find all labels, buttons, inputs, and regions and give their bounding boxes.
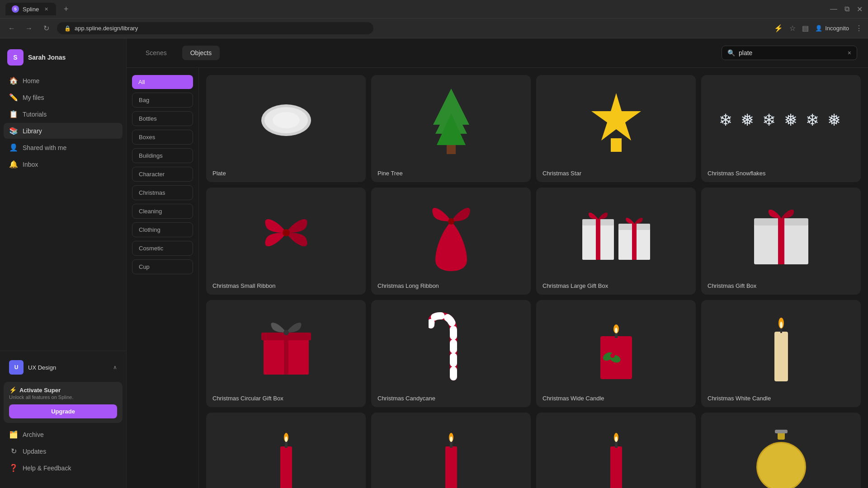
- workspace-item[interactable]: U UX Design ∧: [4, 357, 123, 378]
- sidebar-item-library[interactable]: 📚 Library: [4, 123, 123, 139]
- category-bottles[interactable]: Bottles: [132, 111, 193, 126]
- bookmark-icon[interactable]: ☆: [789, 24, 796, 33]
- svg-rect-44: [615, 441, 618, 448]
- grid-item-christmas-snowflakes[interactable]: ❄ ❅ ❄ ❅ ❄ ❅ Christmas Snowflakes: [701, 75, 861, 182]
- svg-point-30: [615, 328, 618, 333]
- category-bag[interactable]: Bag: [132, 93, 193, 108]
- grid-item-preview-large-gift-box: [536, 188, 696, 278]
- sidebar-item-updates[interactable]: ↻ Updates: [4, 443, 123, 459]
- category-christmas[interactable]: Christmas: [132, 185, 193, 200]
- tab-objects[interactable]: Objects: [182, 46, 220, 60]
- category-cup[interactable]: Cup: [132, 259, 193, 274]
- grid-item-circular-gift-box[interactable]: Christmas Circular Gift Box: [206, 300, 366, 407]
- extensions-icon[interactable]: ⚡: [774, 24, 783, 33]
- grid-item-large-gift-box[interactable]: Christmas Large Gift Box: [536, 188, 696, 295]
- grid-item-label-wide-candle: Christmas Wide Candle: [536, 390, 696, 407]
- grid-item-preview-small-ribbon: [206, 188, 366, 278]
- svg-rect-23: [284, 338, 288, 375]
- grid-item-plate[interactable]: Plate: [206, 75, 366, 182]
- svg-point-42: [450, 436, 453, 442]
- category-boxes[interactable]: Boxes: [132, 130, 193, 145]
- browser-tab[interactable]: S Spline ✕: [5, 3, 56, 15]
- grid-item-label-large-gift-box: Christmas Large Gift Box: [536, 278, 696, 295]
- grid-item-ornament[interactable]: [701, 413, 861, 488]
- upgrade-button[interactable]: Upgrade: [9, 404, 117, 418]
- tab-scenes[interactable]: Scenes: [137, 46, 175, 60]
- svg-point-34: [780, 322, 783, 328]
- grid-item-candle-red-1[interactable]: [206, 413, 366, 488]
- grid-item-christmas-star[interactable]: Christmas Star: [536, 75, 696, 182]
- grid-item-label-christmas-star: Christmas Star: [536, 165, 696, 182]
- search-clear-button[interactable]: ×: [848, 49, 851, 56]
- minimize-icon[interactable]: —: [830, 5, 837, 13]
- grid-item-candle-red-2[interactable]: [371, 413, 531, 488]
- tutorials-icon: 📋: [9, 110, 18, 118]
- category-cosmetic[interactable]: Cosmetic: [132, 241, 193, 256]
- shared-icon: 👤: [9, 143, 18, 152]
- forward-button[interactable]: →: [23, 22, 35, 35]
- url-text: app.spline.design/library: [75, 25, 138, 32]
- new-tab-button[interactable]: +: [60, 3, 72, 15]
- menu-icon[interactable]: ⋮: [855, 24, 863, 33]
- category-character[interactable]: Character: [132, 167, 193, 182]
- svg-rect-16: [632, 224, 637, 260]
- grid-item-preview-gift-box: [701, 188, 861, 278]
- grid-item-long-ribbon[interactable]: Christmas Long Ribbon: [371, 188, 531, 295]
- grid-item-preview-candle-red-2: [371, 413, 531, 488]
- sidebar-item-archive[interactable]: 🗂️ Archive: [4, 427, 123, 442]
- tab-label: Spline: [23, 6, 39, 13]
- toolbar-right: ⚡ ☆ ▤ 👤 Incognito ⋮: [774, 24, 863, 33]
- grid-item-small-ribbon[interactable]: Christmas Small Ribbon: [206, 188, 366, 295]
- svg-rect-43: [610, 446, 622, 488]
- address-bar[interactable]: 🔒 app.spline.design/library: [57, 22, 373, 34]
- sidebar-item-tutorials[interactable]: 📋 Tutorials: [4, 106, 123, 122]
- search-input[interactable]: [739, 49, 844, 56]
- grid-item-preview-white-candle: [701, 300, 861, 390]
- category-buildings[interactable]: Buildings: [132, 148, 193, 163]
- close-icon[interactable]: ✕: [857, 5, 863, 14]
- grid-area: Plate Pine Tree: [199, 68, 868, 488]
- grid-item-wide-candle[interactable]: Christmas Wide Candle: [536, 300, 696, 407]
- sidebar-item-help[interactable]: ❓ Help & Feedback: [4, 460, 123, 476]
- updates-icon: ↻: [9, 447, 18, 455]
- main-content: Scenes Objects 🔍 × All Bag Bottles Boxes…: [127, 38, 868, 488]
- archive-icon: 🗂️: [9, 430, 18, 439]
- sidebar-bottom: U UX Design ∧ ⚡ Activate Super Unlock al…: [0, 351, 126, 481]
- sidebar-item-home[interactable]: 🏠 Home: [4, 73, 123, 89]
- my-files-icon: ✏️: [9, 93, 18, 102]
- workspace-chevron-icon: ∧: [113, 364, 117, 371]
- browser-toolbar: ← → ↻ 🔒 app.spline.design/library ⚡ ☆ ▤ …: [0, 18, 868, 38]
- category-all[interactable]: All: [132, 75, 193, 89]
- back-button[interactable]: ←: [5, 22, 18, 35]
- lock-icon: 🔒: [64, 25, 71, 32]
- bottom-nav-items: 🗂️ Archive ↻ Updates ❓ Help & Feedback: [4, 427, 123, 476]
- svg-point-38: [285, 436, 288, 442]
- browser-chrome: S Spline ✕ + — ⧉ ✕ ← → ↻ 🔒 app.spline.de…: [0, 0, 868, 38]
- activate-super-panel: ⚡ Activate Super Unlock all features on …: [4, 382, 123, 423]
- search-bar[interactable]: 🔍 ×: [722, 46, 857, 60]
- category-cleaning[interactable]: Cleaning: [132, 204, 193, 219]
- tab-favicon: S: [12, 5, 19, 13]
- grid-item-preview-plate: [206, 75, 366, 165]
- svg-rect-40: [450, 441, 453, 448]
- grid-item-white-candle[interactable]: Christmas White Candle: [701, 300, 861, 407]
- browser-titlebar: S Spline ✕ + — ⧉ ✕: [0, 0, 868, 18]
- tab-close-button[interactable]: ✕: [42, 5, 50, 13]
- sidebar-item-shared[interactable]: 👤 Shared with me: [4, 140, 123, 155]
- maximize-icon[interactable]: ⧉: [844, 5, 849, 13]
- user-profile: S Sarah Jonas: [0, 46, 126, 73]
- grid-item-preview-candle-red-1: [206, 413, 366, 488]
- grid-item-candycane[interactable]: Christmas Candycane: [371, 300, 531, 407]
- category-clothing[interactable]: Clothing: [132, 222, 193, 237]
- home-label: Home: [23, 77, 39, 84]
- help-icon: ❓: [9, 464, 18, 472]
- grid-item-label-small-ribbon: Christmas Small Ribbon: [206, 278, 366, 295]
- activate-title: ⚡ Activate Super: [9, 386, 117, 394]
- sidebar-item-my-files[interactable]: ✏️ My files: [4, 89, 123, 105]
- grid-item-gift-box[interactable]: Christmas Gift Box: [701, 188, 861, 295]
- reload-button[interactable]: ↻: [40, 22, 52, 35]
- grid-item-candle-red-3[interactable]: [536, 413, 696, 488]
- grid-item-pine-tree[interactable]: Pine Tree: [371, 75, 531, 182]
- sidebar-item-inbox[interactable]: 🔔 Inbox: [4, 156, 123, 172]
- sidebar-icon[interactable]: ▤: [802, 24, 809, 33]
